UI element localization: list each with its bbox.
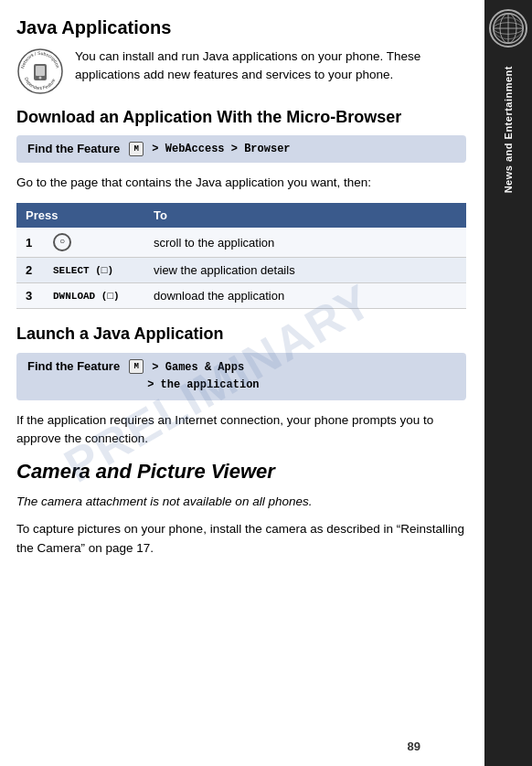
find-feature-label-2: Find the Feature [27,359,120,373]
table-cell-key-2: SELECT (□) [44,258,144,283]
table-row: 1 ○ scroll to the application [16,228,466,258]
sidebar-label: News and Entertainment [503,66,514,193]
network-icon-row: Network / Subscription Dependent Feature… [16,48,466,96]
page-container: PRELIMINARY Java Applications Network / … [0,0,532,766]
circle-nav-icon: ○ [53,233,71,251]
table-cell-num-3: 3 [16,283,44,309]
menu-icon-1: M [129,142,144,156]
table-cell-num-2: 2 [16,258,44,283]
find-feature-box-1: Find the Feature M > WebAccess > Browser [16,135,466,163]
page-number: 89 [408,739,420,753]
section2-body: Go to the page that contains the Java ap… [16,174,466,192]
table-cell-key-1: ○ [44,228,144,258]
section2-title: Download an Application With the Micro-B… [16,107,466,128]
table-cell-num-1: 1 [16,228,44,258]
find-feature-path-1: M > WebAccess > Browser [129,142,290,156]
globe-icon [489,9,527,48]
table-cell-action-2: view the application details [144,258,466,283]
svg-rect-4 [36,66,45,76]
table-col-num: Press [16,203,144,228]
find-feature-path-2: M > Games & Apps > the application [129,359,259,394]
table-col-action: To [144,203,466,228]
find-feature-box-2: Find the Feature M > Games & Apps > the … [16,353,466,400]
press-table: Press To 1 ○ scroll to the application 2… [16,203,466,309]
section3-body: If the application requires an Internet … [16,411,466,449]
section4-body-italic: The camera attachment is not available o… [16,493,466,511]
network-badge-icon: Network / Subscription Dependent Feature [16,48,64,95]
right-sidebar: News and Entertainment [484,0,532,766]
section1-title: Java Applications [16,16,466,38]
section3-title: Launch a Java Application [16,324,466,345]
menu-icon-2: M [129,359,144,374]
table-row: 2 SELECT (□) view the application detail… [16,258,466,283]
main-content: PRELIMINARY Java Applications Network / … [0,0,484,766]
find-feature-label-1: Find the Feature [27,142,120,155]
svg-point-5 [39,77,42,80]
table-cell-key-3: DWNLOAD (□) [44,283,144,309]
table-cell-action-3: download the application [144,283,466,309]
section4-body: To capture pictures on your phone, insta… [16,520,466,558]
section1-body: You can install and run Java application… [75,48,466,85]
section4-title: Camera and Picture Viewer [16,459,466,485]
table-row: 3 DWNLOAD (□) download the application [16,283,466,309]
table-cell-action-1: scroll to the application [144,228,466,258]
